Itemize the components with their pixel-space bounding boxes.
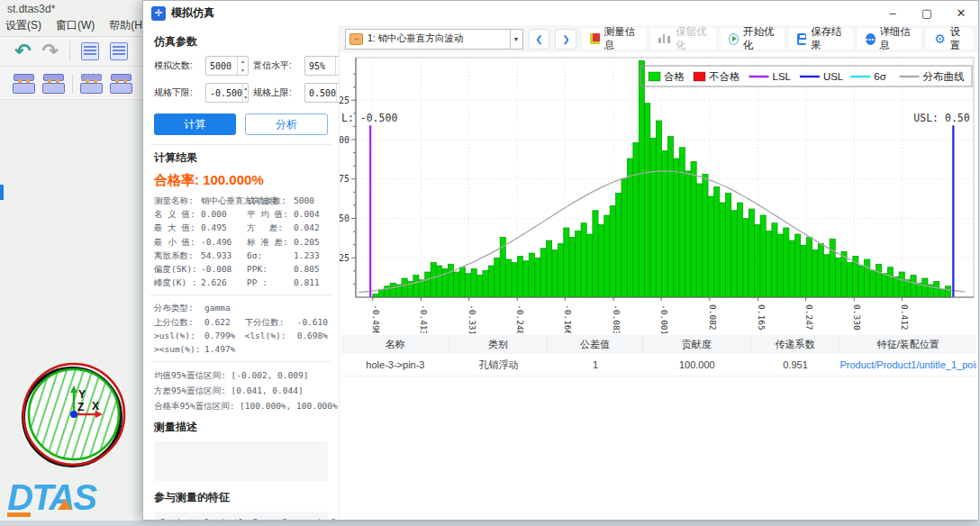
histogram-bar — [633, 143, 639, 298]
histogram-bar — [899, 272, 904, 297]
toolbar-assembly — [0, 68, 142, 100]
stat-row: 测量名称:销中心垂直方向波动成功次数:5000 — [154, 194, 328, 207]
fixture-icon[interactable] — [80, 74, 103, 94]
y-tick-label: 75 — [340, 174, 349, 184]
simulation-dialog: ✛ 模拟仿真 – ▢ ✕ 仿真参数 模拟次数: 5000 ▲▼ 置信水平: — [142, 0, 979, 521]
confidence-select[interactable]: 95% ▼ — [304, 56, 340, 76]
feature-link[interactable]: Product/Product1/untitle_1_point — [839, 359, 976, 370]
usl-annotation: USL: 0.50 — [913, 112, 969, 124]
table-header-cell: 特征/装配位置 — [839, 338, 976, 351]
toolbar-button-label: 开始优化 — [743, 25, 776, 52]
toolbar-button-measure-info[interactable]: 测量信息 — [582, 28, 646, 50]
features-box[interactable]: Product: Product1: Base: Base: pin-3Prod… — [154, 512, 328, 520]
histogram-bar — [483, 270, 488, 297]
maximize-icon[interactable]: ▢ — [910, 2, 944, 25]
toolbar-button-save[interactable]: 保存结果 — [789, 28, 853, 50]
menu-item[interactable]: 设置(S) — [5, 18, 41, 33]
histogram-bar — [586, 234, 592, 297]
histogram-bar — [622, 179, 627, 297]
dialog-titlebar[interactable]: ✛ 模拟仿真 – ▢ ✕ — [143, 1, 978, 25]
x-tick-label: -0.248 — [515, 304, 525, 333]
sim-count-spinner[interactable]: 5000 ▲▼ — [205, 56, 249, 76]
bar-chart-icon — [663, 34, 665, 43]
play-icon — [729, 33, 739, 45]
minimize-icon[interactable]: – — [876, 2, 910, 25]
chevron-down-icon[interactable]: ▼ — [510, 30, 522, 49]
x-tick-label: 0.330 — [852, 304, 862, 331]
table-row[interactable]: hole-3->pin-3孔销浮动1100.0000.951Product/Pr… — [341, 354, 976, 376]
spinner-arrows[interactable]: ▲▼ — [242, 84, 248, 102]
histogram-bar — [581, 223, 586, 297]
histogram-bar — [934, 282, 939, 298]
close-icon[interactable]: ✕ — [944, 2, 978, 25]
confidence-interval-line: 均值95%置信区间: [-0.002, 0.009] — [154, 367, 328, 383]
redo-icon[interactable]: ↷ — [41, 42, 58, 60]
table-header-cell: 贡献度 — [643, 338, 751, 351]
prev-measurement-button[interactable]: ❮ — [529, 29, 550, 50]
measure-desc-box[interactable] — [154, 441, 328, 481]
toolbar-button-gear[interactable]: ⚙设置 — [926, 28, 973, 50]
histogram-bar — [512, 263, 517, 298]
table-header-cell: 类别 — [449, 338, 548, 351]
menu-item[interactable]: 窗口(W) — [56, 18, 95, 33]
cube-simulate-icon[interactable] — [110, 74, 132, 94]
result-stats: 测量名称:销中心垂直方向波动成功次数:5000名 义 值:0.000平 均 值:… — [154, 194, 328, 289]
histogram-bar — [547, 240, 552, 297]
histogram-bar — [540, 249, 546, 297]
svg-text:DTAS: DTAS — [7, 477, 97, 517]
legend-label: 合格 — [664, 71, 685, 82]
histogram-bar — [378, 289, 384, 297]
stat-row: 最 小 值:-0.496标 准 差:0.205 — [154, 235, 328, 249]
spinner-arrows[interactable]: ▲▼ — [237, 57, 248, 75]
chat-icon: ••• — [866, 33, 876, 45]
histogram-bar — [552, 250, 558, 298]
analyze-button[interactable]: 分析 — [245, 113, 329, 135]
measurement-select[interactable]: ↔ 1: 销中心垂直方向波动 ▼ — [345, 29, 523, 50]
histogram-bar — [466, 274, 471, 297]
undo-icon[interactable]: ↶ — [14, 42, 31, 60]
histogram-bar — [685, 171, 691, 297]
toolbar-button-label: 保留优化 — [676, 25, 708, 52]
histogram-bar — [945, 286, 950, 297]
document-add-icon[interactable] — [110, 42, 128, 60]
histogram-bar — [795, 234, 801, 297]
toolbar-separator — [69, 41, 70, 61]
legend-label: 不合格 — [709, 71, 740, 82]
stat-row: 名 义 值:0.000平 均 值:0.004 — [154, 207, 328, 221]
histogram-bar — [662, 150, 667, 297]
histogram-bar — [830, 239, 835, 297]
histogram-bar — [667, 137, 673, 298]
toolbar-separator — [72, 74, 73, 94]
side-panel-indicator[interactable] — [0, 185, 4, 200]
usl-spinner[interactable]: 0.500 ▲▼ — [304, 83, 340, 103]
x-tick-label: 0.247 — [804, 304, 814, 331]
contribution-table: 名称类别公差值贡献度传递系数特征/装配位置 hole-3->pin-3孔销浮动1… — [341, 335, 976, 376]
lsl-label: 规格下限: — [154, 86, 201, 99]
toolbar-button-play[interactable]: 开始优化 — [721, 28, 785, 50]
press-tool-icon-2[interactable] — [42, 74, 65, 94]
viewport-3d[interactable]: Y Z X — [16, 357, 133, 476]
lsl-spinner[interactable]: -0.500 ▲▼ — [205, 83, 249, 103]
histogram-bar — [569, 238, 575, 298]
histogram-bar — [616, 194, 622, 298]
histogram-bar — [696, 184, 702, 297]
histogram-bar — [639, 61, 644, 298]
app-root: st.dtas3d* 设置(S)窗口(W)帮助(H) ↶ ↷ Y Z — [0, 0, 980, 526]
next-measurement-button[interactable]: ❯ — [555, 29, 576, 50]
z-axis-label: Z — [77, 401, 84, 413]
histogram-bar — [847, 263, 852, 298]
params-title: 仿真参数 — [154, 34, 328, 50]
histogram-bar — [882, 274, 887, 297]
press-tool-icon[interactable] — [13, 74, 35, 94]
x-tick-label: 0.165 — [757, 304, 767, 331]
x-tick-label: 0.082 — [708, 304, 718, 331]
x-tick-label: -0.496 — [371, 304, 381, 333]
calculate-button[interactable]: 计算 — [154, 113, 236, 135]
stat-row: ><sum(%):1.497% — [154, 342, 328, 356]
toolbar-button-bar-chart[interactable]: 保留优化 — [650, 28, 716, 50]
toolbar-button-chat[interactable]: •••详细信息 — [858, 28, 921, 50]
histogram-bar — [720, 203, 725, 297]
document-icon[interactable] — [81, 42, 99, 60]
menu-item[interactable]: 帮助(H) — [109, 18, 146, 33]
histogram-bar — [755, 225, 760, 298]
